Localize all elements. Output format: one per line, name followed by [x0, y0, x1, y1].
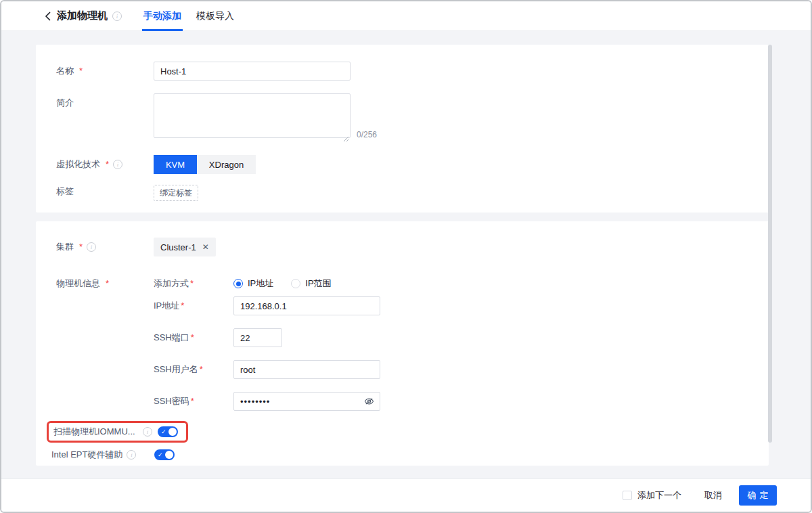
ip-address-input[interactable] [233, 296, 380, 315]
add-mode-label: 添加方式* [154, 274, 233, 293]
ip-address-row: IP地址* [154, 296, 380, 315]
ssh-port-input[interactable] [233, 328, 282, 347]
toggle-knob [168, 428, 177, 436]
title-info-icon[interactable]: i [112, 12, 122, 21]
required-mark: * [106, 155, 109, 174]
host-info-label: 物理机信息* [56, 274, 154, 293]
host-info-row: 物理机信息* 添加方式* IP地址 [56, 274, 769, 411]
cluster-tag-text: Cluster-1 [160, 242, 196, 252]
header: 添加物理机 i 手动添加 模板导入 [1, 1, 811, 31]
ept-label: Intel EPT硬件辅助 [51, 449, 122, 461]
required-mark: * [181, 296, 184, 315]
footer-bar: 添加下一个 取消 确定 [1, 478, 811, 512]
cancel-button[interactable]: 取消 [704, 489, 722, 501]
char-counter: 0/256 [357, 130, 377, 141]
ssh-password-input[interactable] [233, 392, 380, 411]
toggle-check-icon: ✓ [158, 450, 163, 460]
virt-option-kvm[interactable]: KVM [154, 155, 197, 174]
name-label: 名称* [56, 62, 154, 81]
ip-address-label: IP地址* [154, 296, 233, 315]
vertical-scrollbar-thumb[interactable] [768, 45, 772, 443]
bind-tag-button[interactable]: 绑定标签 [154, 185, 198, 201]
iommu-label-wrap: 扫描物理机IOMMU... i [53, 426, 152, 438]
description-label: 简介 [56, 93, 154, 112]
tag-row: 标签 绑定标签 [56, 183, 769, 201]
ept-info-icon[interactable]: i [127, 450, 136, 460]
required-mark: * [79, 62, 83, 81]
required-mark: * [191, 392, 194, 411]
iommu-toggle[interactable]: ✓ [158, 426, 178, 437]
required-mark: * [190, 274, 194, 293]
tab-bar: 手动添加 模板导入 [142, 1, 248, 31]
virtualization-label: 虚拟化技术* i [56, 155, 154, 174]
ept-row: Intel EPT硬件辅助 i ✓ [51, 448, 769, 462]
toggle-check-icon: ✓ [161, 427, 166, 437]
virtualization-segmented: KVM XDragon [154, 155, 256, 174]
iommu-highlight-box: 扫描物理机IOMMU... i ✓ [47, 421, 188, 443]
description-textarea-wrap [154, 93, 351, 141]
add-next-label: 添加下一个 [637, 489, 681, 501]
name-input[interactable] [154, 62, 351, 81]
name-row: 名称* [56, 62, 769, 81]
description-row: 简介 0/256 [56, 93, 769, 141]
ssh-user-label: SSH用户名* [154, 360, 233, 379]
cluster-row: 集群* i Cluster-1 ✕ [56, 238, 769, 256]
ssh-port-label: SSH端口* [154, 328, 233, 347]
host-info-fields: 添加方式* IP地址 IP范围 [154, 274, 380, 411]
tag-label: 标签 [56, 183, 154, 200]
ept-label-wrap: Intel EPT硬件辅助 i [51, 449, 150, 461]
required-mark: * [200, 360, 203, 379]
ssh-password-wrap [233, 392, 380, 411]
radio-ip-address[interactable]: IP地址 [233, 277, 273, 290]
confirm-button[interactable]: 确定 [739, 485, 777, 506]
toggle-knob [165, 451, 173, 459]
add-mode-row: 添加方式* IP地址 IP范围 [154, 274, 380, 293]
ept-toggle[interactable]: ✓ [154, 449, 175, 460]
ssh-user-input[interactable] [233, 360, 380, 379]
radio-circle [233, 279, 243, 288]
back-icon[interactable] [42, 10, 54, 22]
ssh-user-row: SSH用户名* [154, 360, 380, 379]
required-mark: * [106, 274, 109, 293]
description-textarea[interactable] [154, 93, 351, 138]
radio-ip-range[interactable]: IP范围 [291, 277, 331, 290]
add-mode-radio-group: IP地址 IP范围 [233, 274, 349, 293]
cluster-tag-close-icon[interactable]: ✕ [202, 243, 209, 251]
ssh-password-label: SSH密码* [154, 392, 233, 411]
required-mark: * [79, 238, 83, 256]
ssh-port-row: SSH端口* [154, 328, 380, 347]
add-next-checkbox[interactable] [623, 491, 632, 500]
tab-manual-add[interactable]: 手动添加 [142, 1, 183, 31]
page-title: 添加物理机 [57, 9, 108, 22]
ssh-password-row: SSH密码* [154, 392, 380, 411]
host-info-card: 集群* i Cluster-1 ✕ 物理机信息* 添加方式* [36, 221, 769, 466]
cluster-tag: Cluster-1 ✕ [154, 238, 216, 256]
virtualization-row: 虚拟化技术* i KVM XDragon [56, 155, 769, 174]
add-physical-machine-dialog: 添加物理机 i 手动添加 模板导入 名称* 简介 [0, 0, 812, 513]
resize-grip-icon[interactable] [343, 132, 348, 137]
tab-template-import[interactable]: 模板导入 [195, 1, 235, 31]
password-visibility-icon[interactable] [364, 397, 374, 409]
form-scroll-area: 名称* 简介 0/256 虚拟化技术* i [1, 32, 811, 478]
radio-circle [291, 279, 300, 288]
cluster-info-icon[interactable]: i [87, 242, 96, 252]
basic-info-card: 名称* 简介 0/256 虚拟化技术* i [36, 45, 769, 213]
virtualization-info-icon[interactable]: i [113, 160, 122, 169]
virt-option-xdragon[interactable]: XDragon [197, 155, 256, 174]
cluster-label: 集群* i [56, 238, 154, 256]
iommu-info-icon[interactable]: i [143, 427, 152, 437]
required-mark: * [191, 328, 194, 347]
iommu-label: 扫描物理机IOMMU... [53, 426, 135, 438]
